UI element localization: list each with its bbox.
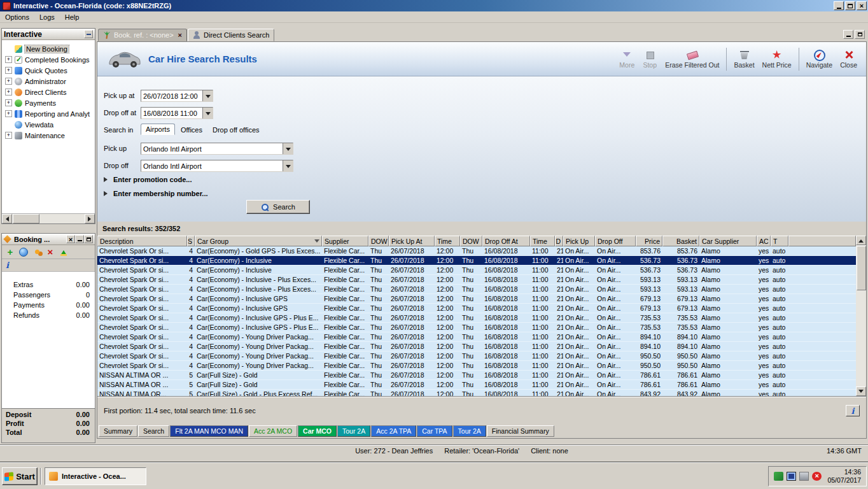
column-header-s[interactable]: S — [187, 236, 195, 246]
column-header-drop-off-at[interactable]: Drop Off At — [482, 236, 530, 246]
sidebar-item-new-booking[interactable]: New Booking — [2, 43, 95, 54]
scroll-up-icon[interactable] — [856, 236, 866, 245]
taskbar-task-button[interactable]: Interactive - Ocea... — [45, 467, 146, 485]
tree-horizontal-scrollbar[interactable] — [2, 213, 95, 223]
result-row[interactable]: Chevrolet Spark Or si...4Car(Economy) - … — [97, 275, 856, 285]
start-button[interactable]: Start — [2, 467, 38, 485]
search-in-tab-drop-off-offices[interactable]: Drop off offices — [208, 125, 264, 135]
dropoff-at-field[interactable] — [141, 107, 213, 119]
scroll-down-icon[interactable] — [856, 386, 866, 396]
column-header-supplier[interactable]: Supplier — [322, 236, 368, 246]
sidebar-item-payments[interactable]: +Payments — [2, 97, 95, 108]
result-row[interactable]: Chevrolet Spark Or si...4Car(Economy) - … — [97, 361, 856, 371]
sidebar-item-maintenance[interactable]: +Maintenance — [2, 130, 95, 141]
column-header-pick-up-at[interactable]: Pick Up At — [389, 236, 435, 246]
bottom-tab-flt-2a-man-mco-man[interactable]: Flt 2A MAN MCO MAN — [170, 425, 248, 437]
add-icon[interactable] — [4, 246, 16, 257]
pickup-combobox[interactable] — [141, 143, 293, 155]
basket-button[interactable]: Basket — [730, 45, 758, 73]
result-row[interactable]: NISSAN ALTIMA OR...5Car(Full Size) - Gol… — [97, 390, 856, 396]
expand-plus-icon[interactable]: + — [5, 78, 12, 85]
search-button[interactable]: Search — [246, 200, 310, 214]
result-row[interactable]: Chevrolet Spark Or si...4Car(Economy) - … — [97, 294, 856, 304]
expand-plus-icon[interactable]: + — [5, 132, 12, 139]
display-icon[interactable] — [787, 472, 796, 481]
result-row[interactable]: Chevrolet Spark Or si...4Car(Economy) - … — [97, 266, 856, 275]
column-header-d[interactable]: D — [555, 236, 563, 246]
column-header-pick-up[interactable]: Pick Up — [563, 236, 595, 246]
sidebar-item-direct-clients[interactable]: +Direct Clients — [2, 87, 95, 97]
navigate-button[interactable]: Navigate — [802, 45, 836, 73]
pane-minimize-icon[interactable] — [843, 30, 853, 39]
sidebar-collapse-button[interactable] — [84, 30, 93, 38]
menu-options[interactable]: Options — [0, 12, 34, 22]
pickup-input[interactable] — [141, 145, 283, 153]
menu-help[interactable]: Help — [60, 12, 85, 22]
apps-icon[interactable] — [774, 472, 783, 481]
search-in-tab-airports[interactable]: Airports — [141, 124, 175, 135]
expand-plus-icon[interactable]: + — [5, 89, 12, 96]
scroll-left-icon[interactable] — [2, 214, 12, 223]
result-row[interactable]: Chevrolet Spark Or si...4Car(Economy) - … — [97, 246, 856, 256]
bottom-tab-search[interactable]: Search — [138, 425, 169, 437]
chevron-down-icon[interactable] — [202, 108, 213, 118]
column-header-drop-off[interactable]: Drop Off — [595, 236, 636, 246]
expand-plus-icon[interactable]: + — [5, 56, 12, 63]
membership-number-expander[interactable]: Enter membership number... — [104, 190, 208, 197]
minimize-icon[interactable] — [834, 1, 844, 10]
bottom-tab-car-mco[interactable]: Car MCO — [298, 425, 337, 437]
result-row[interactable]: NISSAN ALTIMA OR ...5Car(Full Size) - Go… — [97, 371, 856, 380]
scroll-right-icon[interactable] — [85, 214, 95, 223]
column-header-t[interactable]: T — [771, 236, 788, 246]
tab-book-ref-none[interactable]: Book. ref. : <none>× — [98, 29, 187, 41]
booking-close-icon[interactable]: × — [66, 235, 75, 243]
bottom-tab-tour-2a[interactable]: Tour 2A — [337, 425, 370, 437]
devices-icon[interactable] — [799, 472, 809, 481]
info-icon[interactable]: i — [6, 260, 9, 270]
pane-restore-icon[interactable] — [855, 30, 865, 39]
chevron-down-icon[interactable] — [283, 160, 293, 171]
pickup-at-field[interactable] — [141, 90, 213, 102]
bottom-tab-acc-2a-tpa[interactable]: Acc 2A TPA — [371, 425, 416, 437]
table-vertical-scrollbar[interactable] — [856, 236, 866, 396]
bottom-tab-car-tpa[interactable]: Car TPA — [417, 425, 452, 437]
column-header-price[interactable]: Price — [636, 236, 662, 246]
column-header-time[interactable]: Time — [435, 236, 460, 246]
expand-plus-icon[interactable]: + — [5, 110, 12, 117]
chevron-down-icon[interactable] — [202, 90, 213, 101]
result-row[interactable]: Chevrolet Spark Or si...4Car(Economy) - … — [97, 304, 856, 313]
sidebar-item-administrator[interactable]: +Administrator — [2, 76, 95, 87]
delete-icon[interactable] — [45, 246, 56, 257]
globe-icon[interactable] — [18, 246, 29, 257]
sidebar-item-quick-quotes[interactable]: +Quick Quotes — [2, 65, 95, 76]
scroll-thumb[interactable] — [13, 214, 39, 223]
export-icon[interactable] — [58, 246, 69, 257]
booking-maximize-icon[interactable] — [84, 235, 93, 243]
result-row[interactable]: Chevrolet Spark Or si...4Car(Economy) - … — [97, 256, 856, 266]
sidebar-item-viewdata[interactable]: Viewdata — [2, 119, 95, 130]
tab-direct-clients-search[interactable]: Direct Clients Search — [188, 29, 274, 41]
column-header-car-supplier[interactable]: Car Supplier — [699, 236, 757, 246]
column-header-description[interactable]: Description — [97, 236, 187, 246]
info-button[interactable]: i — [846, 405, 860, 416]
scroll-thumb[interactable] — [857, 246, 866, 290]
booking-minimize-icon[interactable] — [75, 235, 84, 243]
close-button[interactable]: Close — [836, 45, 861, 73]
result-row[interactable]: Chevrolet Spark Or si...4Car(Economy) - … — [97, 342, 856, 351]
bottom-tab-tour-2a[interactable]: Tour 2A — [453, 425, 486, 437]
result-row[interactable]: NISSAN ALTIMA OR ...5Car(Full Size) - Go… — [97, 380, 856, 390]
result-row[interactable]: Chevrolet Spark Or si...4Car(Economy) - … — [97, 323, 856, 332]
result-row[interactable]: Chevrolet Spark Or si...4Car(Economy) - … — [97, 351, 856, 361]
dropoff-at-input[interactable] — [141, 110, 202, 117]
expand-plus-icon[interactable]: + — [5, 99, 12, 106]
chevron-down-icon[interactable] — [283, 143, 293, 154]
erase-filtered-out-button[interactable]: Erase Filtered Out — [661, 45, 723, 73]
expand-plus-icon[interactable]: + — [5, 67, 12, 74]
restore-icon[interactable] — [845, 1, 855, 10]
dropoff-input[interactable] — [141, 162, 283, 170]
bottom-tab-summary[interactable]: Summary — [99, 425, 137, 437]
column-header-basket[interactable]: Basket — [662, 236, 699, 246]
result-row[interactable]: Chevrolet Spark Or si...4Car(Economy) - … — [97, 332, 856, 342]
bottom-tab-acc-2a-mco[interactable]: Acc 2A MCO — [249, 425, 297, 437]
close-icon[interactable]: × — [857, 1, 867, 10]
